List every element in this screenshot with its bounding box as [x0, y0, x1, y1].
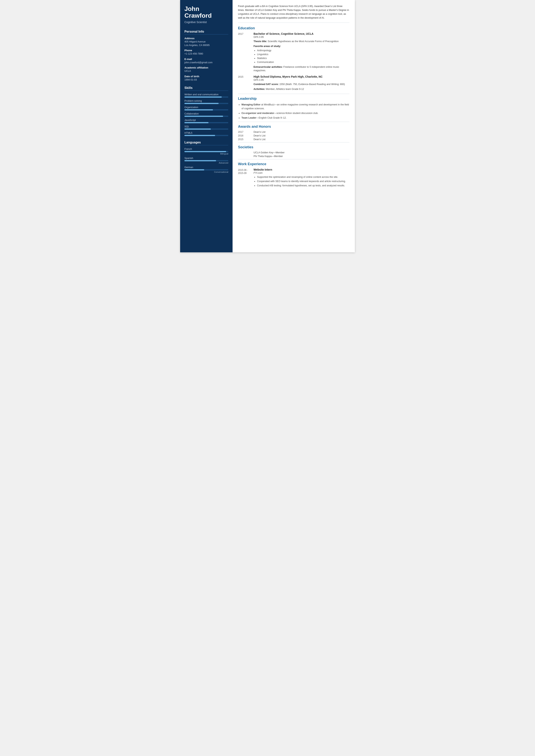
edu-content: High School Diploma, Myers Park High, Ch… [254, 75, 350, 91]
language-bar-fill [184, 151, 226, 152]
last-name: Crawford [184, 12, 211, 19]
skill-bar-fill [184, 135, 215, 136]
languages-section: Languages FrenchBilingualSpanishAdvanced… [180, 138, 233, 175]
skills-list: Written and oral communicationProblem-so… [184, 93, 228, 136]
education-entry: 2015High School Diploma, Myers Park High… [238, 75, 350, 91]
skill-bar-fill [184, 103, 219, 104]
list-item: Managing Editor at MindBuzz—an online ma… [241, 103, 350, 110]
societies-list: UCLA Golden Key—MemberPhi Theta Kappa—Me… [238, 151, 350, 157]
award-row: 2016Dean's List [238, 134, 350, 137]
award-name: Dean's List [254, 138, 266, 141]
education-section: Education 2017Bachelor of Science, Cogni… [238, 26, 350, 91]
language-item: GermanConversational [184, 166, 228, 173]
affiliation-label: Academic affiliation [184, 66, 228, 69]
award-row: 2015Dean's List [238, 138, 350, 141]
dob-label: Date of birth [184, 75, 228, 78]
dob-value: 1994-01-03 [184, 78, 228, 82]
languages-title: Languages [184, 141, 228, 145]
work-list: 2015-06 - 2015-09Website InternFYI.comSu… [238, 168, 350, 188]
phone-value: +1-123-456-7890 [184, 52, 228, 56]
skills-title: Skills [184, 86, 228, 91]
skill-bar-background [184, 135, 228, 136]
resume-container: John Crawford Cognitive Scientist Person… [180, 0, 355, 252]
divider-work [238, 159, 350, 159]
address-line2: Los Angeles, CA 90095 [184, 44, 210, 46]
candidate-name: John Crawford [184, 5, 228, 19]
list-item: Conducted A/B testing: formulated hypoth… [257, 183, 350, 187]
affiliation-value: UCLA [184, 70, 228, 73]
language-bar-background [184, 169, 228, 170]
language-level: Bilingual [184, 153, 228, 155]
skill-bar-background [184, 116, 228, 117]
language-level: Advanced [184, 162, 228, 164]
award-year: 2015 [238, 138, 254, 141]
award-row: 2017Dean's List [238, 131, 350, 133]
list-item: Anthropology [257, 48, 350, 52]
list-item: Statistics [257, 56, 350, 60]
leadership-section: Leadership Managing Editor at MindBuzz—a… [238, 97, 350, 120]
work-content: Website InternFYI.comSupported the optim… [254, 168, 350, 188]
personal-info-title: Personal Info [184, 30, 228, 35]
skill-name: HTML5 [184, 131, 228, 134]
skill-item: Collaboration [184, 112, 228, 117]
address-line1: 405 Hilgard Avenue [184, 41, 206, 43]
list-item: Cooperated with SEO teams to identify re… [257, 179, 350, 183]
work-company: FYI.com [254, 172, 350, 174]
work-section: Work Experience 2015-06 - 2015-09Website… [238, 162, 350, 188]
skill-name: JavaScript [184, 119, 228, 122]
award-year: 2016 [238, 134, 254, 137]
language-name: French [184, 148, 228, 151]
language-bar-background [184, 151, 228, 152]
skill-bar-fill [184, 116, 223, 117]
skill-bar-fill [184, 97, 222, 98]
language-item: FrenchBilingual [184, 148, 228, 155]
skill-bar-fill [184, 128, 211, 130]
skill-name: Collaboration [184, 112, 228, 115]
sidebar-header: John Crawford Cognitive Scientist [180, 0, 233, 27]
leadership-title: Leadership [238, 97, 350, 101]
candidate-title: Cognitive Scientist [184, 20, 228, 24]
work-bullets: Supported the optimization and revamping… [257, 175, 350, 187]
language-name: Spanish [184, 157, 228, 159]
edu-degree: Bachelor of Science, Cognitive Science, … [254, 32, 350, 35]
education-title: Education [238, 26, 350, 30]
societies-title: Societies [238, 145, 350, 149]
skill-name: Problem-solving [184, 99, 228, 102]
edu-thesis: Thesis title: Scientific Hypotheses as t… [254, 40, 350, 43]
edu-extra: Extracurricular activities: Freelance co… [254, 65, 350, 72]
language-bar-fill [184, 160, 216, 161]
education-list: 2017Bachelor of Science, Cognitive Scien… [238, 32, 350, 91]
language-item: SpanishAdvanced [184, 157, 228, 164]
society-item: Phi Theta Kappa—Member [238, 155, 350, 157]
address-value: 405 Hilgard Avenue Los Angeles, CA 90095 [184, 40, 228, 47]
leadership-list: Managing Editor at MindBuzz—an online ma… [241, 103, 350, 120]
skill-name: SQL [184, 125, 228, 128]
edu-year: 2015 [238, 75, 254, 91]
edu-favorites-list: AnthropologyLinguisticsStatisticsCommuni… [257, 48, 350, 64]
education-entry: 2017Bachelor of Science, Cognitive Scien… [238, 32, 350, 72]
work-title: Work Experience [238, 162, 350, 166]
skill-item: JavaScript [184, 119, 228, 123]
skill-bar-background [184, 128, 228, 130]
award-name: Dean's List [254, 131, 266, 133]
language-bar-fill [184, 169, 204, 170]
work-entry: 2015-06 - 2015-09Website InternFYI.comSu… [238, 168, 350, 188]
skill-bar-background [184, 97, 228, 98]
edu-gpa: GPA 3.95 [254, 36, 350, 39]
skills-section: Skills Written and oral communicationPro… [180, 83, 233, 138]
phone-label: Phone [184, 49, 228, 52]
list-item: Communication [257, 60, 350, 64]
skill-item: Organization [184, 106, 228, 110]
skill-name: Organization [184, 106, 228, 109]
list-item: Linguistics [257, 52, 350, 56]
edu-fav-label: Favorite areas of study: [254, 44, 350, 48]
skill-item: HTML5 [184, 131, 228, 136]
skill-bar-background [184, 103, 228, 104]
skill-name: Written and oral communication [184, 93, 228, 96]
skill-item: Problem-solving [184, 99, 228, 104]
awards-title: Awards and Honors [238, 125, 350, 129]
award-year: 2017 [238, 131, 254, 133]
skill-bar-fill [184, 122, 209, 123]
awards-section: Awards and Honors 2017Dean's List2016Dea… [238, 125, 350, 141]
list-item: Co-organizer and moderator—science-ficti… [241, 111, 350, 115]
